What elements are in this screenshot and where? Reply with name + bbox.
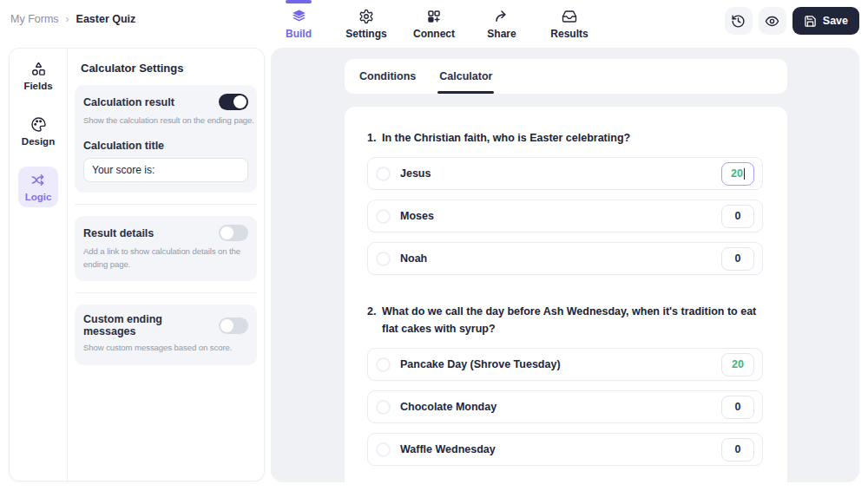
breadcrumb-separator: › — [66, 13, 69, 25]
question-options: Pancake Day (Shrove Tuesday) 20 Chocolat… — [367, 348, 763, 466]
calculation-result-label: Calculation result — [83, 96, 174, 108]
answer-option-label: Chocolate Monday — [400, 401, 496, 413]
answer-option-row[interactable]: Moses 0 — [367, 200, 763, 232]
answer-option-row[interactable]: Chocolate Monday 0 — [367, 390, 763, 423]
header-actions: Save — [725, 7, 859, 35]
history-icon — [731, 14, 746, 29]
nav-item-build[interactable]: Build — [274, 0, 323, 40]
answer-option-label: Noah — [400, 252, 427, 265]
calculation-result-description: Show the calculation result on the endin… — [83, 115, 248, 127]
answer-option-row[interactable]: Noah 0 — [367, 242, 763, 275]
calculation-title-label: Calculation title — [83, 140, 248, 152]
score-input[interactable]: 0 — [721, 247, 754, 271]
answer-option-label: Jesus — [400, 167, 431, 180]
radio-icon[interactable] — [376, 209, 391, 224]
breadcrumb-root[interactable]: My Forms — [10, 13, 59, 25]
score-input[interactable]: 20 — [721, 353, 754, 376]
result-details-card: Result details Add a link to show calcul… — [75, 216, 257, 281]
custom-ending-messages-description: Show custom messages based on score. — [83, 342, 248, 354]
nav-item-results[interactable]: Results — [545, 0, 594, 40]
question-block: 2. What do we call the day before Ash We… — [367, 304, 763, 466]
nav-item-share[interactable]: Share — [477, 0, 526, 40]
custom-ending-messages-card: Custom ending messages Show custom messa… — [75, 304, 257, 364]
text-caret — [744, 168, 745, 180]
top-header: My Forms › Easter Quiz Build Settings — [0, 0, 868, 42]
result-details-description: Add a link to show calculation details o… — [83, 245, 248, 271]
sidebar-item-label: Fields — [23, 81, 52, 91]
panel-title: Calculator Settings — [81, 62, 257, 75]
sidebar-item-design[interactable]: Design — [18, 111, 58, 152]
sidebar-rail: Fields Design Lo — [10, 49, 68, 481]
result-details-toggle[interactable] — [219, 225, 248, 241]
main-nav: Build Settings Connect — [274, 0, 594, 40]
questions-list: 1. In the Christian faith, who is Easter… — [367, 130, 763, 466]
nav-label: Results — [550, 28, 588, 40]
history-button[interactable] — [725, 7, 753, 35]
question-number: 2. — [367, 304, 382, 337]
palette-icon — [30, 116, 47, 133]
eye-icon — [765, 14, 779, 29]
apps-plus-icon — [426, 8, 442, 24]
radio-icon[interactable] — [376, 357, 391, 372]
nav-item-settings[interactable]: Settings — [342, 0, 391, 40]
question-text: What do we call the day before Ash Wedne… — [382, 304, 763, 337]
shapes-icon — [30, 61, 47, 77]
score-input[interactable]: 0 — [721, 205, 754, 228]
custom-ending-messages-toggle[interactable] — [219, 318, 248, 334]
save-button[interactable]: Save — [792, 7, 859, 35]
question-options: Jesus 20 Moses 0 Noah 0 — [367, 157, 763, 275]
tab-calculator[interactable]: Calculator — [439, 59, 492, 94]
answer-option-row[interactable]: Jesus 20 — [367, 157, 763, 190]
layers-icon — [291, 8, 307, 24]
calculation-result-toggle[interactable] — [219, 94, 248, 110]
inbox-icon — [562, 8, 577, 24]
result-details-label: Result details — [83, 227, 154, 239]
radio-icon[interactable] — [376, 442, 391, 457]
radio-icon[interactable] — [376, 167, 391, 181]
divider — [75, 292, 257, 293]
sidebar-item-logic[interactable]: Logic — [18, 167, 58, 207]
left-panel: Fields Design Lo — [9, 48, 265, 481]
custom-ending-messages-label: Custom ending messages — [83, 313, 212, 337]
question-text: In the Christian faith, who is Easter ce… — [382, 130, 630, 147]
gear-icon — [358, 8, 374, 24]
calculator-tabbar: Conditions Calculator — [345, 59, 787, 94]
calculation-result-card: Calculation result Show the calculation … — [75, 85, 257, 193]
radio-icon[interactable] — [376, 252, 391, 266]
divider — [75, 204, 257, 205]
calculator-settings-panel: Calculator Settings Calculation result S… — [68, 49, 264, 481]
sidebar-item-label: Logic — [25, 192, 52, 202]
score-input[interactable]: 0 — [721, 438, 754, 462]
answer-option-label: Pancake Day (Shrove Tuesday) — [400, 358, 561, 370]
question-number: 1. — [367, 130, 382, 147]
nav-label: Settings — [345, 28, 386, 40]
nav-label: Share — [487, 28, 516, 40]
sidebar-item-fields[interactable]: Fields — [18, 56, 58, 96]
nav-item-connect[interactable]: Connect — [410, 0, 458, 40]
answer-option-row[interactable]: Waffle Wednesday 0 — [367, 433, 763, 466]
score-input[interactable]: 20 — [721, 162, 754, 186]
tab-conditions[interactable]: Conditions — [359, 59, 416, 94]
share-arrow-icon — [494, 8, 510, 24]
preview-button[interactable] — [759, 7, 786, 35]
questions-card: 1. In the Christian faith, who is Easter… — [345, 107, 787, 482]
save-icon — [804, 15, 817, 28]
question-block: 1. In the Christian faith, who is Easter… — [367, 130, 763, 275]
canvas-area: Conditions Calculator 1. In the Christia… — [271, 48, 859, 482]
save-button-label: Save — [823, 15, 848, 27]
nav-label: Build — [286, 28, 312, 40]
answer-option-row[interactable]: Pancake Day (Shrove Tuesday) 20 — [367, 348, 763, 381]
calculation-title-input[interactable] — [83, 158, 248, 182]
answer-option-label: Moses — [400, 210, 434, 222]
score-input[interactable]: 0 — [721, 396, 754, 419]
nav-label: Connect — [413, 28, 455, 40]
radio-icon[interactable] — [376, 400, 391, 415]
answer-option-label: Waffle Wednesday — [400, 443, 496, 455]
shuffle-icon — [30, 172, 47, 188]
breadcrumb-current: Easter Quiz — [76, 13, 136, 25]
breadcrumb: My Forms › Easter Quiz — [10, 13, 135, 25]
sidebar-item-label: Design — [22, 136, 55, 147]
